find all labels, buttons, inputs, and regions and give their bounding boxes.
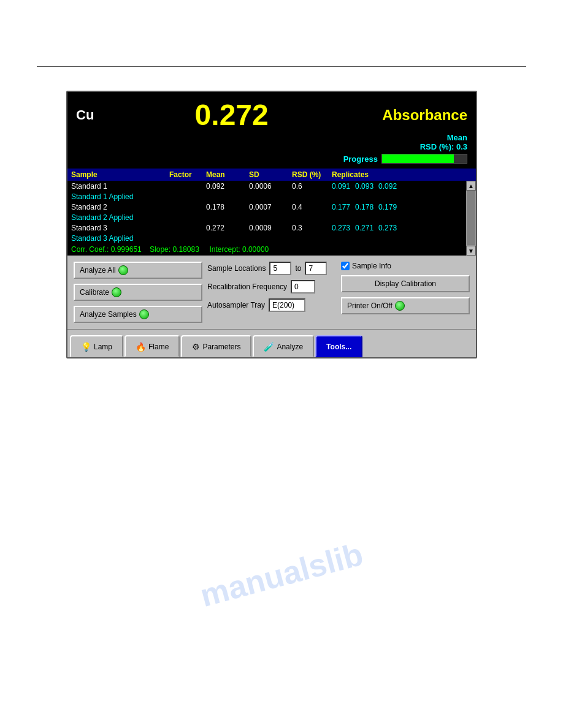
controls-grid: Analyze All Calibrate Analyze Samples — [74, 262, 470, 323]
recalibration-freq-label: Recalibration Frequency — [207, 282, 287, 291]
controls-col-3: Sample Info Display Calibration Printer … — [341, 262, 470, 314]
table-body: Standard 1 0.092 0.0006 0.6 0.0910.0930.… — [67, 181, 476, 256]
parameters-icon: ⚙ — [192, 342, 200, 352]
row1-rsd: 0.6 — [292, 182, 332, 191]
table-row: Standard 2 0.178 0.0007 0.4 0.1770.1780.… — [71, 202, 472, 213]
row3-mean: 0.272 — [206, 224, 249, 232]
recalibration-freq-row: Recalibration Frequency — [207, 280, 336, 294]
scroll-down-button[interactable]: ▼ — [466, 246, 476, 256]
page-container: Cu 0.272 Absorbance Mean RSD (%): 0.3 Pr… — [0, 0, 563, 728]
main-window: Cu 0.272 Absorbance Mean RSD (%): 0.3 Pr… — [66, 91, 477, 358]
to-label: to — [295, 264, 301, 273]
autosampler-tray-row: Autosampler Tray — [207, 298, 336, 312]
display-calibration-label: Display Calibration — [375, 279, 436, 288]
applied-row-3: Standard 3 Applied — [71, 233, 472, 243]
calibrate-button[interactable]: Calibrate — [74, 284, 202, 301]
analyze-samples-button[interactable]: Analyze Samples — [74, 306, 202, 323]
tab-tools-label: Tools... — [326, 343, 351, 351]
intercept: Intercept: 0.00000 — [210, 245, 269, 254]
corr-row: Corr. Coef.: 0.999651 Slope: 0.18083 Int… — [71, 243, 472, 256]
sample-info-checkbox[interactable] — [341, 262, 350, 270]
tab-lamp[interactable]: 💡 Lamp — [70, 335, 123, 357]
row2-sample: Standard 2 — [71, 203, 169, 211]
sample-locations-row: Sample Locations to — [207, 262, 336, 275]
calibrate-label: Calibrate — [80, 288, 109, 297]
analyze-all-indicator — [118, 265, 128, 275]
analyze-all-label: Analyze All — [80, 266, 116, 275]
row2-sd: 0.0007 — [249, 203, 292, 211]
tab-lamp-label: Lamp — [94, 343, 112, 351]
sample-locations-label: Sample Locations — [207, 264, 266, 273]
sample-locations-to-input[interactable] — [305, 262, 327, 275]
recalibration-freq-input[interactable] — [291, 280, 315, 294]
row2-rsd: 0.4 — [292, 203, 332, 211]
sample-info-label: Sample Info — [352, 262, 391, 270]
flame-icon: 🔥 — [136, 342, 146, 352]
row3-rsd: 0.3 — [292, 224, 332, 232]
row3-sample: Standard 3 — [71, 224, 169, 232]
row3-replicates: 0.2730.2710.273 — [332, 224, 472, 232]
analyze-all-button[interactable]: Analyze All — [74, 262, 202, 279]
printer-indicator — [395, 301, 405, 311]
mean-label: Mean — [343, 133, 467, 142]
autosampler-tray-label: Autosampler Tray — [207, 301, 265, 309]
row2-replicates: 0.1770.1780.179 — [332, 203, 472, 211]
tab-analyze[interactable]: 🧪 Analyze — [253, 335, 314, 357]
analyze-samples-label: Analyze Samples — [80, 310, 137, 319]
calibrate-indicator — [112, 287, 121, 297]
scroll-up-button[interactable]: ▲ — [466, 181, 476, 191]
applied-row-2: Standard 2 Applied — [71, 213, 472, 222]
rsd-label: RSD (%): 0.3 — [343, 142, 467, 151]
tabs-area: 💡 Lamp 🔥 Flame ⚙ Parameters 🧪 Analyze To… — [67, 329, 476, 357]
col-header-replicates: Replicates — [332, 170, 472, 179]
slope: Slope: 0.18083 — [150, 245, 199, 254]
top-rule — [37, 66, 526, 67]
display-calibration-button[interactable]: Display Calibration — [341, 275, 470, 292]
progress-bar-fill — [382, 154, 454, 163]
tab-parameters-label: Parameters — [202, 343, 240, 351]
scroll-track — [467, 191, 475, 245]
analyze-icon: 🧪 — [264, 342, 274, 352]
watermark: manualslib — [196, 536, 367, 614]
row1-mean: 0.092 — [206, 182, 249, 191]
display-area: Cu 0.272 Absorbance Mean RSD (%): 0.3 Pr… — [67, 92, 476, 169]
tab-tools[interactable]: Tools... — [315, 335, 362, 357]
table-header: Sample Factor Mean SD RSD (%) Replicates — [67, 169, 476, 181]
table-with-scroll: Standard 1 0.092 0.0006 0.6 0.0910.0930.… — [67, 181, 476, 256]
row2-mean: 0.178 — [206, 203, 249, 211]
lamp-icon: 💡 — [81, 342, 91, 352]
element-label: Cu — [76, 107, 94, 123]
row1-sample: Standard 1 — [71, 182, 169, 191]
absorbance-label: Absorbance — [369, 107, 467, 124]
controls-col-2: Sample Locations to Recalibration Freque… — [207, 262, 336, 312]
progress-label: Progress — [343, 154, 378, 164]
progress-bar — [381, 154, 467, 164]
table-scrollable: Standard 1 0.092 0.0006 0.6 0.0910.0930.… — [67, 181, 476, 256]
col-header-rsd: RSD (%) — [292, 170, 332, 179]
col-header-sample: Sample — [71, 170, 169, 179]
corr-coef: Corr. Coef.: 0.999651 — [71, 245, 142, 254]
tab-flame-label: Flame — [148, 343, 169, 351]
analyze-samples-indicator — [139, 309, 149, 319]
controls-col-1: Analyze All Calibrate Analyze Samples — [74, 262, 202, 323]
row1-replicates: 0.0910.0930.092 — [332, 182, 472, 191]
big-value: 0.272 — [94, 98, 369, 132]
applied-row-1: Standard 1 Applied — [71, 192, 472, 202]
printer-on-off-label: Printer On/Off — [347, 301, 393, 310]
table-row: Standard 3 0.272 0.0009 0.3 0.2730.2710.… — [71, 222, 472, 233]
col-header-factor: Factor — [169, 170, 206, 179]
tab-analyze-label: Analyze — [277, 343, 303, 351]
row1-sd: 0.0006 — [249, 182, 292, 191]
col-header-sd: SD — [249, 170, 292, 179]
tab-parameters[interactable]: ⚙ Parameters — [181, 335, 251, 357]
scrollbar: ▲ ▼ — [466, 181, 476, 256]
col-header-mean: Mean — [206, 170, 249, 179]
sample-locations-from-input[interactable] — [269, 262, 291, 275]
table-row: Standard 1 0.092 0.0006 0.6 0.0910.0930.… — [71, 181, 472, 192]
row3-sd: 0.0009 — [249, 224, 292, 232]
sample-info-row: Sample Info — [341, 262, 470, 270]
printer-on-off-button[interactable]: Printer On/Off — [341, 297, 470, 314]
tab-flame[interactable]: 🔥 Flame — [124, 335, 180, 357]
autosampler-tray-input[interactable] — [269, 298, 305, 312]
controls-area: Analyze All Calibrate Analyze Samples — [67, 256, 476, 329]
